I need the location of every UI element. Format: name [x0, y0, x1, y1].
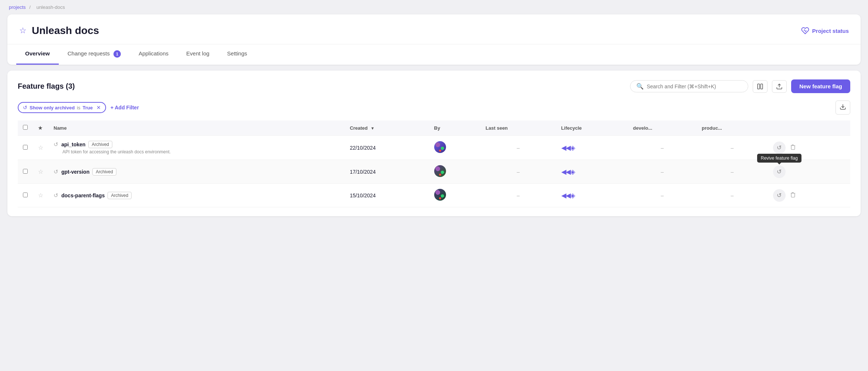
project-status-label: Project status [812, 28, 849, 34]
delete-button[interactable] [788, 143, 798, 153]
avatar [434, 165, 446, 177]
archived-filter-chip[interactable]: ↺ Show only archived is True ✕ [18, 102, 106, 113]
export-button[interactable] [772, 80, 787, 93]
search-icon: 🔍 [636, 83, 644, 90]
trash-icon [790, 192, 796, 198]
download-button[interactable] [835, 101, 850, 115]
add-filter-button[interactable]: + Add Filter [110, 105, 139, 110]
flag-name-row: ↺ docs-parent-flags Archived [54, 192, 340, 199]
table-row: ☆ ↺ docs-parent-flags Archived 15/10/202… [18, 184, 850, 207]
project-title-area: ☆ Unleash docs [19, 25, 99, 37]
filter-row: ↺ Show only archived is True ✕ + Add Fil… [18, 101, 850, 115]
flag-name-wrapper: ↺ gpt-version Archived [54, 168, 340, 176]
table-body: ☆ ↺ api_token Archived API token for acc… [18, 136, 850, 207]
change-requests-badge: 1 [113, 50, 121, 58]
new-feature-flag-button[interactable]: New feature flag [791, 79, 850, 93]
header-last-seen: Last seen [480, 120, 556, 136]
table-row: ☆ ↺ gpt-version Archived 17/10/2024 [18, 160, 850, 184]
search-input[interactable] [647, 84, 742, 89]
tab-overview[interactable]: Overview [16, 44, 59, 65]
row-checkbox[interactable] [23, 193, 28, 197]
row-created: 17/10/2024 [345, 160, 429, 184]
archived-badge: Archived [108, 192, 132, 199]
row-by [429, 160, 480, 184]
flag-description: API token for accessing the unleash docs… [62, 149, 340, 154]
archived-badge: Archived [92, 168, 116, 176]
row-created: 22/10/2024 [345, 136, 429, 160]
search-wrapper[interactable]: 🔍 [630, 80, 748, 92]
breadcrumb-separator: / [29, 4, 31, 10]
row-star-icon[interactable]: ☆ [38, 169, 43, 175]
header-develo: develo... [628, 120, 697, 136]
columns-icon [757, 83, 763, 90]
tab-change-requests[interactable]: Change requests 1 [59, 44, 130, 65]
breadcrumb: projects / unleash-docs [0, 0, 868, 14]
toolbar-right: 🔍 New feature flag [630, 79, 850, 93]
row-checkbox-cell [18, 136, 33, 160]
project-status-button[interactable]: Project status [801, 27, 849, 35]
select-all-checkbox[interactable] [23, 125, 28, 130]
row-last-seen: – [480, 160, 556, 184]
row-by [429, 136, 480, 160]
row-name-cell: ↺ api_token Archived API token for acces… [48, 136, 345, 160]
export-icon [776, 83, 783, 90]
heart-pulse-icon [801, 27, 809, 35]
row-name-cell: ↺ docs-parent-flags Archived [48, 184, 345, 207]
row-by [429, 184, 480, 207]
row-actions: ↺ Revive feature flag [773, 166, 845, 178]
lifecycle-icon: ◀◀◈ [561, 192, 575, 199]
row-actions: ↺ [773, 142, 845, 154]
row-checkbox[interactable] [23, 169, 28, 174]
chip-close-icon[interactable]: ✕ [96, 105, 101, 110]
lifecycle-icon: ◀◀◈ [561, 168, 575, 176]
columns-button[interactable] [753, 80, 767, 93]
header-created[interactable]: Created ▼ [345, 120, 429, 136]
row-actions-cell: ↺ [768, 184, 850, 207]
row-lifecycle: ◀◀◈ [556, 184, 628, 207]
row-develo: – [628, 136, 697, 160]
delete-button[interactable] [788, 190, 798, 201]
archived-badge: Archived [88, 141, 112, 148]
tabs-bar: Overview Change requests 1 Applications … [7, 44, 861, 65]
filter-row-right [835, 101, 850, 115]
flag-name-row: ↺ api_token Archived [54, 141, 340, 148]
row-develo: – [628, 184, 697, 207]
breadcrumb-current: unleash-docs [36, 4, 65, 10]
row-star-cell: ☆ [33, 160, 48, 184]
header-name: Name [48, 120, 345, 136]
row-checkbox[interactable] [23, 145, 28, 150]
header-checkbox-cell [18, 120, 33, 136]
lifecycle-icon: ◀◀◈ [561, 144, 575, 152]
row-created: 15/10/2024 [345, 184, 429, 207]
row-actions: ↺ [773, 189, 845, 202]
tab-settings[interactable]: Settings [218, 44, 256, 65]
revive-button[interactable]: ↺ [773, 189, 786, 202]
row-actions-cell: ↺ Revive feature flag [768, 160, 850, 184]
flag-name[interactable]: gpt-version [61, 169, 89, 175]
table-row: ☆ ↺ api_token Archived API token for acc… [18, 136, 850, 160]
flag-recycle-icon: ↺ [54, 141, 58, 148]
chip-value: True [82, 105, 92, 110]
content-card: Feature flags (3) 🔍 New feature flag [7, 71, 861, 216]
row-star-icon[interactable]: ☆ [38, 144, 43, 151]
flag-name[interactable]: api_token [61, 142, 85, 147]
flag-recycle-icon: ↺ [54, 192, 58, 199]
trash-icon [790, 144, 796, 150]
header-by: By [429, 120, 480, 136]
row-star-icon[interactable]: ☆ [38, 192, 43, 198]
revive-button[interactable]: ↺ [773, 142, 786, 154]
row-last-seen: – [480, 184, 556, 207]
chip-icon: ↺ [23, 105, 27, 110]
flag-name-wrapper: ↺ docs-parent-flags Archived [54, 192, 340, 199]
project-star-icon[interactable]: ☆ [19, 26, 27, 35]
flag-name-row: ↺ gpt-version Archived [54, 168, 340, 176]
tab-applications[interactable]: Applications [130, 44, 177, 65]
project-card: ☆ Unleash docs Project status Overview C… [7, 14, 861, 65]
header-lifecycle: Lifecycle [556, 120, 628, 136]
row-lifecycle: ◀◀◈ [556, 136, 628, 160]
flag-name[interactable]: docs-parent-flags [61, 193, 105, 198]
row-lifecycle: ◀◀◈ [556, 160, 628, 184]
revive-button[interactable]: ↺ [773, 166, 786, 178]
tab-event-log[interactable]: Event log [177, 44, 218, 65]
breadcrumb-projects-link[interactable]: projects [9, 4, 26, 10]
